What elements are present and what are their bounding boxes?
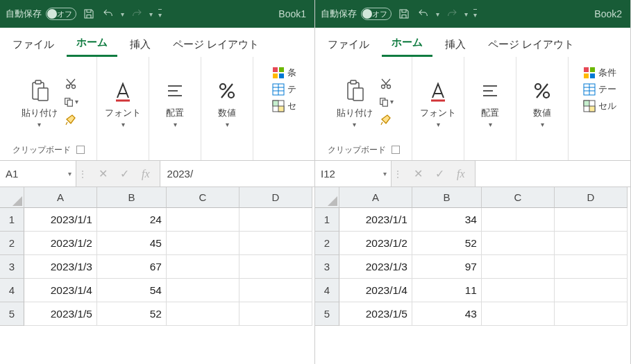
column-header[interactable]: A: [339, 187, 412, 208]
formula-input[interactable]: [475, 161, 630, 187]
toggle-switch[interactable]: オフ: [361, 8, 392, 20]
cell[interactable]: 45: [97, 232, 167, 255]
row-header[interactable]: 1: [315, 208, 339, 232]
cell[interactable]: [482, 255, 555, 279]
column-header[interactable]: B: [97, 187, 167, 208]
tab-file[interactable]: ファイル: [318, 31, 379, 57]
conditional-formatting-button[interactable]: 条: [272, 67, 296, 79]
cell[interactable]: [167, 208, 239, 232]
row-header[interactable]: 2: [315, 232, 339, 255]
worksheet-grid[interactable]: A B C D 1 2023/1/1 24 2 2023/1/2 45 3 20…: [0, 187, 314, 326]
qat-customize-icon[interactable]: ▾: [158, 9, 162, 19]
paste-button[interactable]: 貼り付け ▾: [19, 74, 60, 130]
cell[interactable]: 54: [97, 279, 167, 302]
fx-icon[interactable]: fx: [457, 168, 465, 180]
column-header[interactable]: D: [555, 187, 628, 208]
cell[interactable]: 52: [97, 302, 167, 326]
clipboard-launcher-icon[interactable]: [76, 146, 85, 154]
cell[interactable]: [555, 279, 628, 302]
cell[interactable]: 2023/1/2: [339, 232, 412, 255]
alignment-button[interactable]: 配置 ▾: [472, 74, 508, 130]
cell[interactable]: [482, 279, 555, 302]
cell[interactable]: [239, 255, 312, 279]
copy-icon[interactable]: ▾: [63, 94, 78, 110]
row-header[interactable]: 5: [315, 302, 339, 326]
cell[interactable]: [555, 302, 628, 326]
cell[interactable]: 2023/1/4: [24, 279, 97, 302]
font-button[interactable]: フォント ▾: [417, 74, 459, 130]
name-box[interactable]: I12▾: [315, 161, 392, 187]
cell[interactable]: [239, 279, 312, 302]
autosave-toggle[interactable]: 自動保存 オフ: [6, 8, 76, 20]
column-header[interactable]: A: [24, 187, 97, 208]
cell[interactable]: [555, 255, 628, 279]
name-box[interactable]: A1▾: [0, 161, 76, 187]
row-header[interactable]: 4: [0, 279, 24, 302]
row-header[interactable]: 2: [0, 232, 24, 255]
cell[interactable]: [167, 302, 239, 326]
undo-icon[interactable]: [417, 7, 430, 21]
cell[interactable]: 2023/1/4: [339, 279, 412, 302]
copy-icon[interactable]: ▾: [378, 94, 394, 110]
cell[interactable]: [167, 279, 239, 302]
tab-page-layout[interactable]: ページ レイアウト: [478, 31, 584, 57]
undo-caret-icon[interactable]: ▾: [121, 10, 124, 18]
fx-icon[interactable]: fx: [142, 168, 150, 180]
tab-file[interactable]: ファイル: [3, 31, 64, 57]
cell[interactable]: [167, 255, 239, 279]
column-header[interactable]: D: [239, 187, 312, 208]
row-header[interactable]: 4: [315, 279, 339, 302]
tab-page-layout[interactable]: ページ レイアウト: [163, 31, 269, 57]
clipboard-launcher-icon[interactable]: [392, 146, 400, 154]
tab-home[interactable]: ホーム: [382, 29, 432, 57]
cell[interactable]: [482, 302, 555, 326]
cut-icon[interactable]: [378, 76, 394, 92]
cell[interactable]: [555, 208, 628, 232]
cell[interactable]: 2023/1/1: [339, 208, 412, 232]
tab-insert[interactable]: 挿入: [435, 31, 476, 57]
cell[interactable]: 11: [412, 279, 482, 302]
alignment-button[interactable]: 配置 ▾: [157, 74, 193, 130]
cell[interactable]: 2023/1/5: [339, 302, 412, 326]
row-header[interactable]: 3: [315, 255, 339, 279]
namebox-dropdown-icon[interactable]: ▾: [68, 170, 71, 177]
tab-home[interactable]: ホーム: [67, 29, 117, 57]
number-button[interactable]: 数値 ▾: [524, 74, 560, 130]
row-header[interactable]: 5: [0, 302, 24, 326]
tab-insert[interactable]: 挿入: [120, 31, 160, 57]
cell[interactable]: [482, 208, 555, 232]
format-as-table-button[interactable]: テ: [272, 83, 296, 96]
format-painter-icon[interactable]: [378, 112, 394, 128]
format-as-table-button[interactable]: テー: [583, 83, 616, 96]
row-header[interactable]: 3: [0, 255, 24, 279]
toggle-switch[interactable]: オフ: [46, 8, 76, 20]
number-button[interactable]: 数値 ▾: [209, 74, 245, 130]
cell[interactable]: [167, 232, 239, 255]
cell[interactable]: 2023/1/2: [24, 232, 97, 255]
cell[interactable]: 34: [412, 208, 482, 232]
conditional-formatting-button[interactable]: 条件: [583, 67, 616, 79]
cell[interactable]: [239, 302, 312, 326]
worksheet-grid[interactable]: A B C D 1 2023/1/1 34 2 2023/1/2 52 3 20…: [315, 187, 630, 326]
formula-input[interactable]: 2023/: [160, 161, 314, 187]
column-header[interactable]: B: [412, 187, 482, 208]
autosave-toggle[interactable]: 自動保存 オフ: [321, 8, 392, 20]
cell-styles-button[interactable]: セル: [583, 100, 616, 112]
cell[interactable]: [239, 208, 312, 232]
row-header[interactable]: 1: [0, 208, 24, 232]
cell[interactable]: 2023/1/5: [24, 302, 97, 326]
cell[interactable]: 2023/1/3: [24, 255, 97, 279]
font-button[interactable]: フォント ▾: [102, 74, 144, 130]
cut-icon[interactable]: [63, 76, 78, 92]
save-icon[interactable]: [82, 7, 96, 21]
cell[interactable]: 2023/1/3: [339, 255, 412, 279]
select-all-corner[interactable]: [315, 187, 339, 208]
save-icon[interactable]: [397, 7, 411, 21]
paste-button[interactable]: 貼り付け ▾: [334, 74, 376, 130]
cell[interactable]: 43: [412, 302, 482, 326]
column-header[interactable]: C: [482, 187, 555, 208]
cell[interactable]: [482, 232, 555, 255]
undo-icon[interactable]: [101, 7, 115, 21]
cell[interactable]: 52: [412, 232, 482, 255]
cell[interactable]: 2023/1/1: [24, 208, 97, 232]
